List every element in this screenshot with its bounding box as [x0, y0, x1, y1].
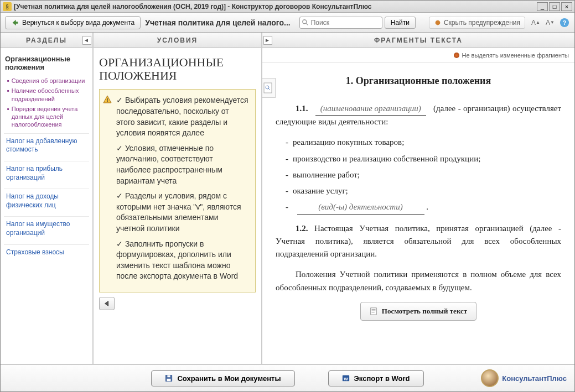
- svg-text:!: !: [107, 97, 108, 103]
- document-title: Учетная политика для целей налого...: [145, 18, 291, 27]
- word-icon: W: [342, 374, 350, 382]
- tip-text: ✓ Условия, отмеченные по умолчанию, соот…: [116, 143, 248, 186]
- help-button[interactable]: ?: [559, 17, 570, 28]
- list-item: оказание услуг;: [286, 185, 561, 197]
- conditions-back-button[interactable]: [99, 297, 115, 310]
- sidebar-item-property-tax[interactable]: Налог на имущество организаций: [4, 216, 89, 241]
- back-button[interactable]: Вернуться к выбору вида документа: [5, 16, 141, 29]
- collapse-sections-button[interactable]: ◄: [82, 36, 91, 45]
- window-title: [Учетная политика для целей налогообложе…: [14, 3, 537, 11]
- list-item: реализацию покупных товаров;: [286, 136, 561, 149]
- maximize-button[interactable]: □: [549, 2, 560, 11]
- sidebar-sub-item[interactable]: Порядок ведения учета данных для целей н…: [7, 104, 89, 130]
- sidebar-item-ndfl[interactable]: Налог на доходы физических лиц: [4, 189, 89, 213]
- tip-text: ✓ Заполнить пропуски в формулировках, до…: [116, 239, 248, 282]
- highlight-toggle-icon: [454, 53, 459, 58]
- document-icon: [370, 307, 377, 315]
- svg-line-3: [306, 23, 308, 25]
- view-full-text-button[interactable]: Посмотреть полный текст: [360, 302, 476, 321]
- app-icon: §: [3, 2, 12, 11]
- list-item: (вид(-ы) деятельности) .: [286, 201, 561, 214]
- svg-text:W: W: [344, 377, 348, 381]
- brand-icon: [481, 369, 499, 387]
- fragment-paragraph: Положения Учетной политики применяются в…: [276, 268, 561, 294]
- svg-rect-8: [264, 83, 272, 93]
- org-name-blank: (наименование организации): [315, 102, 426, 116]
- hide-warnings-button[interactable]: Скрыть предупреждения: [429, 17, 525, 29]
- tips-box: ! ✓ Выбирать условия рекомендуется после…: [99, 89, 256, 292]
- tip-text: ✓ Выбирать условия рекомендуется последо…: [116, 95, 248, 138]
- svg-text:?: ?: [563, 19, 567, 25]
- find-button[interactable]: Найти: [385, 17, 416, 29]
- tip-text: ✓ Разделы и условия, рядом с которыми не…: [116, 191, 248, 234]
- fragments-header: ФРАГМЕНТЫ ТЕКСТА: [374, 36, 463, 44]
- expand-fragments-button[interactable]: ►: [263, 36, 272, 45]
- search-icon: [302, 19, 309, 27]
- conditions-header: УСЛОВИЯ: [157, 36, 198, 44]
- fragment-heading: 1. Организационные положения: [276, 74, 561, 89]
- conditions-title: ОРГАНИЗАЦИОННЫЕ ПОЛОЖЕНИЯ: [99, 56, 256, 82]
- font-decrease-button[interactable]: A▼: [545, 17, 556, 28]
- activity-blank: (вид(-ы) деятельности): [297, 201, 424, 214]
- svg-text:§: §: [6, 4, 9, 10]
- sidebar-item-vat[interactable]: Налог на добавленную стоимость: [4, 133, 89, 158]
- list-item: выполнение работ;: [286, 169, 561, 181]
- sidebar-item-profit-tax[interactable]: Налог на прибыль организаций: [4, 161, 89, 185]
- document-preview-icon[interactable]: [262, 78, 276, 98]
- sidebar-sub-item[interactable]: Наличие обособленных подразделений: [7, 86, 89, 104]
- arrow-left-icon: [103, 300, 111, 307]
- svg-point-2: [302, 19, 306, 23]
- fragment-paragraph: 1.2. Настоящая Учетная политика, принята…: [276, 222, 561, 261]
- back-label: Вернуться к выбору вида документа: [22, 19, 134, 27]
- svg-point-4: [436, 20, 441, 25]
- sections-header: РАЗДЕЛЫ: [26, 36, 67, 44]
- warning-bullet-icon: [434, 19, 442, 27]
- sidebar-active-section[interactable]: Организационные положения: [4, 53, 89, 74]
- brand-logo: КонсультантПлюс: [481, 369, 567, 387]
- svg-rect-11: [371, 308, 377, 315]
- sidebar-sub-item[interactable]: Сведения об организации: [7, 76, 89, 86]
- save-to-my-docs-button[interactable]: Сохранить в Мои документы: [151, 370, 294, 386]
- no-highlight-toggle[interactable]: Не выделять измененные фрагменты: [462, 52, 569, 59]
- list-item: производство и реализацию собственной пр…: [286, 153, 561, 165]
- sidebar-item-insurance[interactable]: Страховые взносы: [4, 244, 89, 260]
- svg-rect-16: [167, 379, 171, 381]
- svg-rect-17: [168, 375, 170, 378]
- save-icon: [165, 374, 173, 382]
- fragment-paragraph: 1.1. (наименование организации) (далее -…: [276, 102, 561, 129]
- close-button[interactable]: ×: [561, 2, 572, 11]
- warning-icon: !: [103, 95, 112, 104]
- activity-list: реализацию покупных товаров; производств…: [276, 136, 561, 214]
- minimize-button[interactable]: _: [537, 2, 548, 11]
- search-input[interactable]: [299, 17, 382, 29]
- arrow-left-icon: [11, 19, 19, 27]
- export-word-button[interactable]: W Экспорт в Word: [328, 370, 424, 386]
- font-increase-button[interactable]: A▲: [530, 17, 541, 28]
